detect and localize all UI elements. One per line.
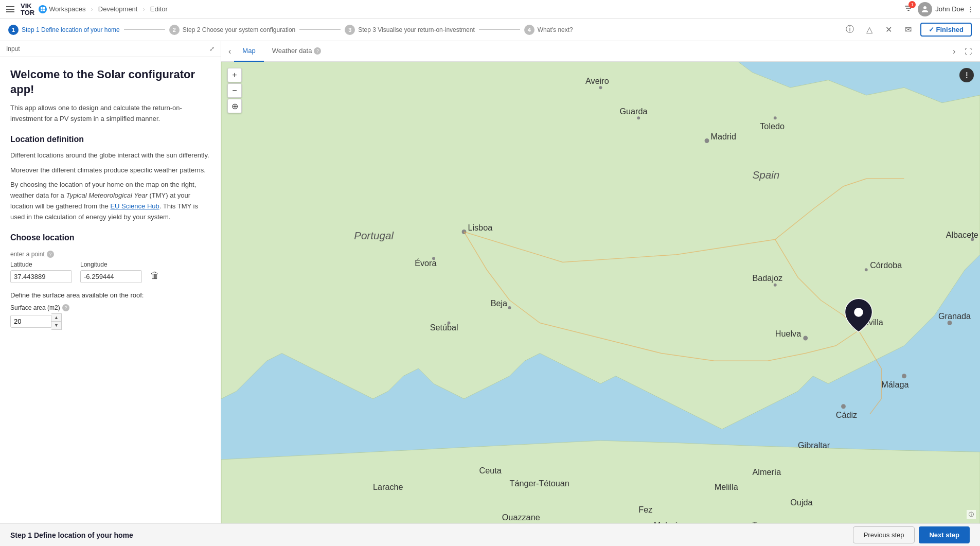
tab-right-actions: › ⛶ — [950, 45, 976, 58]
svg-text:Setúbal: Setúbal — [430, 323, 458, 332]
longitude-input[interactable] — [80, 270, 142, 283]
map-attribution: ⓘ — [967, 510, 976, 519]
svg-point-17 — [841, 404, 846, 409]
step-3[interactable]: 3 Step 3 Visualise your return-on-invest… — [345, 25, 475, 35]
svg-rect-0 — [41, 7, 43, 9]
user-avatar — [918, 2, 932, 16]
left-panel: Input ⤢ Welcome to the Solar configurato… — [0, 41, 221, 523]
next-step-button[interactable]: Next step — [919, 526, 970, 543]
latitude-input[interactable] — [10, 270, 72, 283]
mail-button[interactable]: ✉ — [901, 22, 916, 38]
more-icon: ⋮ — [963, 71, 970, 79]
step-3-number: 3 — [345, 25, 355, 35]
svg-text:Taza: Taza — [753, 520, 771, 523]
svg-point-21 — [599, 86, 602, 89]
tab-map[interactable]: Map — [234, 41, 263, 62]
svg-text:Fez: Fez — [638, 505, 652, 514]
user-name: John Doe — [935, 5, 964, 13]
surface-area-spinner[interactable]: ▲ ▼ — [51, 313, 62, 330]
surface-input-wrap: ▲ ▼ — [10, 313, 210, 330]
expand-icon[interactable]: ⤢ — [209, 45, 215, 52]
surface-area-decrement[interactable]: ▼ — [51, 322, 61, 329]
spain-label: Spain — [753, 169, 780, 181]
close-button[interactable]: ✕ — [881, 22, 897, 38]
tab-next-button[interactable]: › — [950, 45, 958, 58]
step-connector-3 — [479, 29, 520, 30]
longitude-label: Longitude — [80, 261, 142, 268]
bottom-step-title: Step 1 Define location of your home — [10, 531, 133, 539]
delete-coordinates-icon[interactable]: 🗑 — [150, 270, 159, 281]
surface-area-field: Surface area (m2) ? ▲ ▼ — [10, 304, 210, 330]
alert-button[interactable]: △ — [862, 22, 877, 38]
editor-label: Editor — [150, 5, 168, 13]
step-4[interactable]: 4 What's next? — [524, 25, 573, 35]
previous-step-button[interactable]: Previous step — [853, 526, 915, 543]
svg-point-19 — [774, 116, 777, 119]
svg-text:Aveiro: Aveiro — [585, 76, 609, 85]
step-1[interactable]: 1 Step 1 Define location of your home — [8, 25, 120, 35]
svg-text:Granada: Granada — [938, 311, 971, 321]
svg-text:Almería: Almería — [753, 467, 782, 477]
location-para-3: By choosing the location of your home on… — [10, 180, 210, 222]
notification-button[interactable]: 1 — [903, 3, 914, 15]
map-svg: Spain Portugal Lisboa Madrid Sevilla Hue… — [221, 62, 980, 523]
surface-info-icon[interactable]: ? — [62, 304, 69, 311]
svg-text:Lisboa: Lisboa — [468, 223, 493, 232]
svg-text:Madrid: Madrid — [710, 132, 736, 141]
tab-weather-data[interactable]: Weather data ? — [264, 41, 330, 62]
stepper-actions: ⓘ △ ✕ ✉ ✓ Finished — [842, 22, 972, 38]
weather-data-info-icon[interactable]: ? — [314, 47, 321, 55]
map-container[interactable]: Spain Portugal Lisboa Madrid Sevilla Hue… — [221, 62, 980, 523]
hamburger-menu[interactable] — [6, 6, 14, 12]
svg-text:Ouazzane: Ouazzane — [502, 513, 540, 522]
check-icon: ✓ — [929, 26, 934, 33]
editor-nav[interactable]: Editor — [150, 5, 168, 13]
user-menu[interactable]: John Doe ⋮ — [918, 2, 974, 16]
svg-text:Córdoba: Córdoba — [870, 260, 902, 270]
svg-text:Badajoz: Badajoz — [753, 273, 783, 283]
svg-point-7 — [705, 138, 709, 143]
map-more-button[interactable]: ⋮ — [959, 68, 974, 82]
tab-bar: ‹ Map Weather data ? › ⛶ — [221, 41, 980, 62]
step-connector-2 — [299, 29, 341, 30]
map-controls: + − ⊕ — [227, 68, 242, 113]
svg-text:Toledo: Toledo — [760, 121, 785, 131]
surface-area-input[interactable] — [10, 315, 51, 328]
zoom-in-button[interactable]: + — [227, 68, 242, 82]
input-label: Input — [6, 45, 20, 52]
nav-separator: › — [91, 5, 93, 13]
svg-text:Oujda: Oujda — [790, 498, 813, 507]
portugal-label: Portugal — [354, 230, 394, 241]
enter-point-info-icon[interactable]: ? — [47, 251, 54, 258]
tab-prev-button[interactable]: ‹ — [225, 45, 234, 58]
svg-text:Huelva: Huelva — [775, 329, 801, 338]
eu-science-hub-link[interactable]: EU Science Hub — [110, 202, 159, 210]
left-panel-content: Welcome to the Solar configurator app! T… — [0, 57, 221, 523]
longitude-field: Longitude — [80, 261, 142, 283]
choose-location-title: Choose location — [10, 233, 210, 242]
svg-point-31 — [508, 306, 511, 309]
development-nav[interactable]: Development — [98, 5, 138, 13]
location-para-2: Moreover the different climates produce … — [10, 165, 210, 176]
main-layout: Input ⤢ Welcome to the Solar configurato… — [0, 41, 980, 523]
fullscreen-button[interactable]: ⛶ — [960, 45, 976, 58]
finished-button[interactable]: ✓ Finished — [920, 23, 972, 37]
welcome-description: This app allows one to design and calcul… — [10, 103, 210, 125]
location-para-1: Different locations around the globe int… — [10, 150, 210, 161]
development-label: Development — [98, 5, 138, 13]
svg-rect-3 — [43, 9, 45, 11]
svg-text:Évora: Évora — [415, 258, 437, 268]
info-button[interactable]: ⓘ — [842, 22, 858, 38]
surface-area-increment[interactable]: ▲ — [51, 314, 61, 322]
location-button[interactable]: ⊕ — [227, 99, 242, 113]
surface-area-label: Surface area (m2) ? — [10, 304, 210, 311]
para3-italic: Typical Meteorological Year — [66, 191, 148, 199]
svg-text:Albacete: Albacete — [946, 230, 978, 239]
stepper: 1 Step 1 Define location of your home 2 … — [0, 19, 980, 41]
step-2[interactable]: 2 Step 2 Choose your system configuratio… — [169, 25, 295, 35]
workspaces-nav[interactable]: Workspaces — [39, 5, 85, 13]
step-1-number: 1 — [8, 25, 19, 35]
svg-text:Larache: Larache — [373, 482, 403, 491]
zoom-out-button[interactable]: − — [227, 83, 242, 98]
surface-section: Define the surface area available on the… — [10, 291, 210, 330]
